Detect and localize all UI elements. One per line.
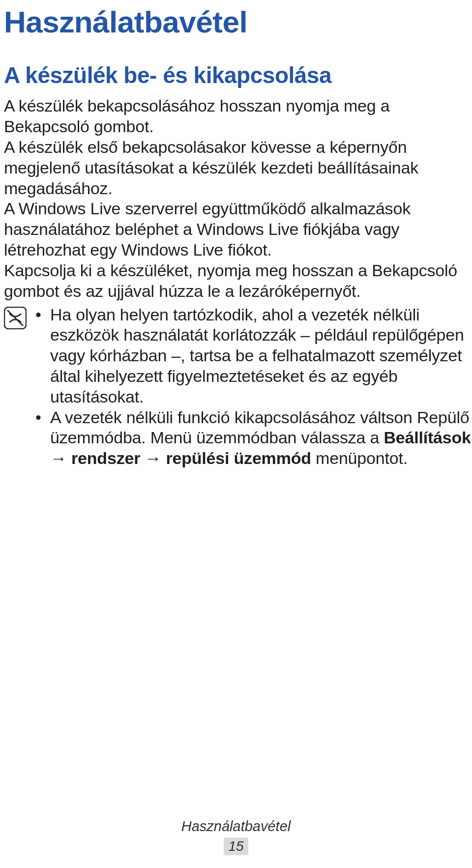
bullet-text-bold: repülési üzemmód	[166, 449, 311, 467]
document-page: Használatbavétel A készülék be- és kikap…	[0, 0, 472, 868]
bullet-text-bold: Beállítások	[384, 428, 471, 447]
note-icon	[4, 307, 27, 329]
page-title-h1: Használatbavétel	[4, 6, 472, 38]
paragraph-3: A Windows Live szerverrel együttműködő a…	[4, 199, 472, 260]
bullet-text-suffix: menüpontot.	[311, 449, 408, 467]
bullet-text: Ha olyan helyen tartózkodik, ahol a veze…	[50, 305, 472, 407]
page-footer: Használatbavétel 15	[0, 818, 472, 855]
note-block: • Ha olyan helyen tartózkodik, ahol a ve…	[4, 305, 472, 469]
bullet-dot-icon: •	[35, 407, 50, 469]
bullet-text: A vezeték nélküli funkció kikapcsolásáho…	[50, 407, 472, 469]
page-number-badge: 15	[224, 838, 248, 855]
paragraph-2: A készülék első bekapcsolásakor kövesse …	[4, 137, 472, 199]
section-heading-h2: A készülék be- és kikapcsolása	[4, 63, 472, 87]
body-text-block: A készülék bekapcsolásához hosszan nyomj…	[4, 96, 472, 301]
bullet-dot-icon: •	[35, 305, 50, 407]
paragraph-4: Kapcsolja ki a készüléket, nyomja meg ho…	[4, 260, 472, 302]
bullet-item: • A vezeték nélküli funkció kikapcsolásá…	[35, 407, 472, 469]
bullet-text-arrow: →	[50, 449, 71, 467]
page-number: 15	[228, 839, 243, 854]
footer-section-title: Használatbavétel	[0, 818, 472, 835]
note-bullets: • Ha olyan helyen tartózkodik, ahol a ve…	[35, 305, 472, 469]
bullet-text-bold: rendszer	[71, 449, 140, 467]
bullet-item: • Ha olyan helyen tartózkodik, ahol a ve…	[35, 305, 472, 407]
paragraph-1: A készülék bekapcsolásához hosszan nyomj…	[4, 96, 472, 137]
bullet-text-arrow: →	[140, 449, 166, 467]
